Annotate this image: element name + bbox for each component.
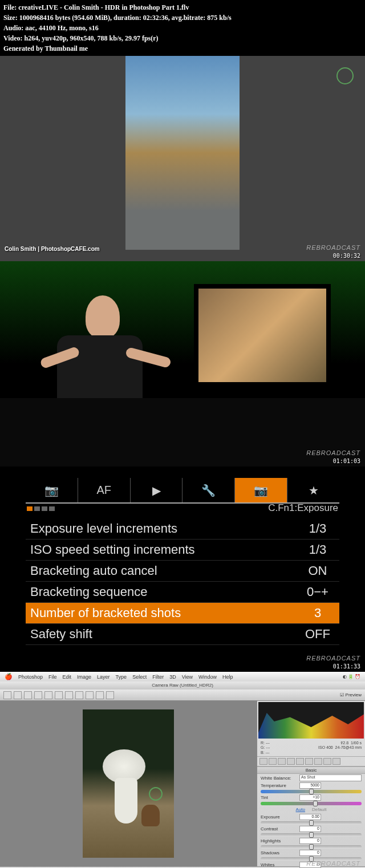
rebroadcast-watermark: REBROADCAST	[306, 449, 360, 456]
contrast-value[interactable]: 0	[299, 826, 321, 832]
menu-image[interactable]: Image	[77, 674, 91, 680]
skyscraper-image	[125, 56, 240, 250]
hand-tool-icon[interactable]	[14, 691, 22, 699]
grad-tool-icon[interactable]	[106, 691, 114, 699]
highlights-slider[interactable]	[261, 845, 362, 849]
studio-monitor	[194, 284, 331, 387]
thumbnail-frame-2: REBROADCAST 01:01:03	[0, 261, 365, 467]
wrench-icon: 🔧	[201, 484, 216, 497]
thumbnail-frame-4: 🍎 Photoshop File Edit Image Layer Type S…	[0, 672, 365, 868]
image-metadata: R: ---f/2.8 1/60 s G: ---ISO 400 24-70@4…	[257, 740, 365, 756]
camera-tab-shoot[interactable]: 📷	[26, 478, 78, 502]
apple-icon[interactable]: 🍎	[5, 673, 13, 680]
timestamp: 00:30:32	[333, 253, 360, 259]
timestamp: 01:31:33	[333, 663, 360, 670]
window-title: Camera Raw (Untitled_HDR2)	[0, 682, 365, 689]
histogram[interactable]	[258, 702, 364, 739]
straighten-tool-icon[interactable]	[65, 691, 73, 699]
camera-item-bracketed-shots[interactable]: Number of bracketed shots3	[26, 603, 339, 624]
camera-dot-icon: 📷	[254, 484, 268, 497]
thumbnail-frame-3: 📷 AF ▶ 🔧 📷 ★ C.Fn1:Exposure Exposure lev…	[0, 467, 365, 672]
camera-raw-panel: R: ---f/2.8 1/60 s G: ---ISO 400 24-70@4…	[257, 701, 365, 866]
camera-tab-af[interactable]: AF	[78, 478, 131, 502]
basic-section-header: Basic	[257, 766, 365, 774]
audio-label: Audio:	[3, 24, 23, 32]
curve-tab-icon[interactable]	[269, 758, 277, 765]
camera-raw-canvas[interactable]	[0, 701, 257, 866]
menu-file[interactable]: File	[48, 674, 57, 680]
menu-view[interactable]: View	[182, 674, 193, 680]
tint-slider[interactable]	[261, 802, 362, 805]
generated-by: Generated by Thumbnail me	[3, 43, 362, 54]
camera-custom-function-menu: 📷 AF ▶ 🔧 📷 ★ C.Fn1:Exposure Exposure lev…	[26, 478, 339, 649]
lens-tab-icon[interactable]	[305, 758, 313, 765]
file-label: File:	[3, 3, 17, 11]
camera-menu-tabs: 📷 AF ▶ 🔧 📷 ★	[26, 478, 339, 504]
rebroadcast-watermark: REBROADCAST	[306, 860, 360, 867]
audio-value: aac, 44100 Hz, mono, s16	[25, 24, 98, 32]
camera-raw-toolbar: ☑ Preview	[0, 689, 365, 701]
crop-tool-icon[interactable]	[55, 691, 63, 699]
camera-tab-play[interactable]: ▶	[131, 478, 183, 502]
camera-tab-icon[interactable]	[323, 758, 331, 765]
camera-item-bracketing-sequence[interactable]: Bracketing sequence0−+	[26, 582, 339, 603]
rebroadcast-watermark: REBROADCAST	[306, 655, 360, 662]
color-sampler-icon[interactable]	[34, 691, 42, 699]
menu-photoshop[interactable]: Photoshop	[18, 674, 43, 680]
menu-edit[interactable]: Edit	[63, 674, 72, 680]
detail-tab-icon[interactable]	[278, 758, 286, 765]
temperature-value[interactable]: 5000	[299, 782, 321, 789]
tint-value[interactable]: +10	[299, 794, 321, 801]
menu-3d[interactable]: 3D	[169, 674, 176, 680]
menu-filter[interactable]: Filter	[152, 674, 164, 680]
temperature-slider[interactable]	[261, 790, 362, 793]
preview-checkbox[interactable]: ☑ Preview	[340, 692, 362, 697]
camera-tab-setup[interactable]: 🔧	[182, 478, 235, 502]
auto-link[interactable]: Auto	[296, 807, 305, 812]
zoom-tool-icon[interactable]	[3, 691, 11, 699]
camera-item-bracketing-cancel[interactable]: Bracketing auto cancelON	[26, 561, 339, 582]
credit-text: Colin Smith | PhotoshopCAFE.com	[5, 246, 100, 252]
camera-item-safety-shift[interactable]: Safety shiftOFF	[26, 624, 339, 645]
auto-default-links: Auto Default	[257, 806, 365, 813]
size-label: Size:	[3, 14, 18, 22]
white-balance-row: White Balance: As Shot	[257, 774, 365, 782]
white-balance-select[interactable]: As Shot	[299, 774, 362, 781]
basic-tab-icon[interactable]	[259, 758, 267, 765]
menu-layer[interactable]: Layer	[97, 674, 110, 680]
camera-item-exposure-increments[interactable]: Exposure level increments1/3	[26, 518, 339, 540]
spot-tool-icon[interactable]	[75, 691, 83, 699]
panel-tabs	[257, 756, 365, 766]
video-label: Video:	[3, 34, 23, 42]
camera-section-title: C.Fn1:Exposure	[26, 500, 339, 518]
size-value: 1000968416 bytes (954.60 MiB), duration:…	[19, 14, 232, 22]
menu-window[interactable]: Window	[198, 674, 217, 680]
menu-select[interactable]: Select	[132, 674, 147, 680]
contrast-slider[interactable]	[261, 833, 362, 837]
target-tool-icon[interactable]	[44, 691, 52, 699]
hsl-tab-icon[interactable]	[287, 758, 295, 765]
camera-item-iso-increments[interactable]: ISO speed setting increments1/3	[26, 540, 339, 561]
fx-tab-icon[interactable]	[314, 758, 322, 765]
split-tab-icon[interactable]	[296, 758, 304, 765]
menu-type[interactable]: Type	[116, 674, 127, 680]
vase	[115, 778, 137, 824]
tint-row: Tint +10	[257, 794, 365, 801]
camera-tab-custom[interactable]: 📷	[235, 478, 287, 502]
exposure-slider[interactable]	[261, 821, 362, 825]
wb-tool-icon[interactable]	[24, 691, 32, 699]
default-link[interactable]: Default	[312, 807, 326, 812]
shadows-value[interactable]: 0	[299, 850, 321, 856]
camera-icon: 📷	[44, 484, 59, 497]
brush-tool-icon[interactable]	[96, 691, 104, 699]
highlights-value[interactable]: 0	[299, 838, 321, 844]
camera-tab-mymenu[interactable]: ★	[287, 478, 339, 502]
play-icon: ▶	[152, 484, 161, 497]
star-icon: ★	[309, 484, 319, 497]
presets-tab-icon[interactable]	[332, 758, 340, 765]
rebroadcast-watermark: REBROADCAST	[306, 244, 360, 251]
menu-help[interactable]: Help	[222, 674, 233, 680]
redeye-tool-icon[interactable]	[86, 691, 94, 699]
exposure-value[interactable]: 0.00	[299, 814, 321, 820]
mac-menubar: 🍎 Photoshop File Edit Image Layer Type S…	[0, 672, 365, 682]
